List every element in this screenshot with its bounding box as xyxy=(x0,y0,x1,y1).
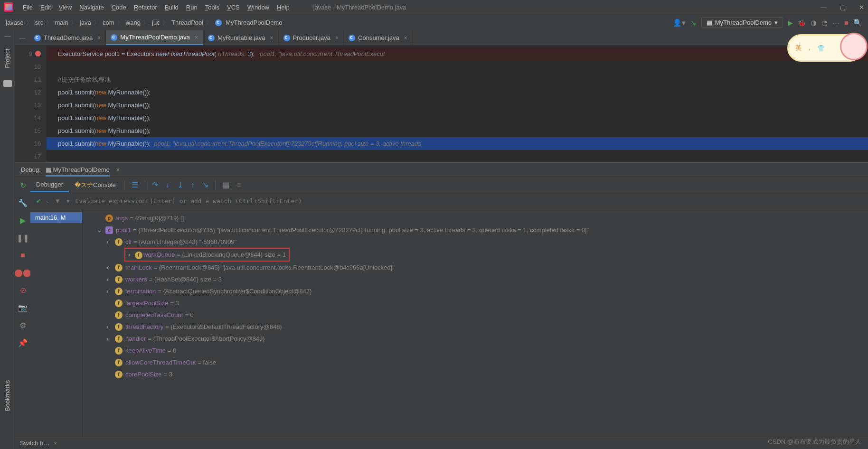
tab-close-icon[interactable]: × xyxy=(195,34,198,41)
pin-icon[interactable]: 📌 xyxy=(18,338,28,347)
menu-run[interactable]: Run xyxy=(182,2,201,12)
switch-frame-button[interactable]: Switch fr… xyxy=(20,440,50,447)
settings-icon[interactable]: ⚙ xyxy=(19,321,26,330)
switch-close-icon[interactable]: × xyxy=(54,440,57,447)
menu-navigate[interactable]: Navigate xyxy=(75,2,107,12)
status-bar: Switch fr… × xyxy=(15,437,868,449)
variable-row[interactable]: fkeepAliveTime = 0 xyxy=(87,345,863,356)
editor-tab[interactable]: MyRunnable.java× xyxy=(203,30,278,45)
editor-tab[interactable]: ThreadDemo.java× xyxy=(29,30,106,45)
menu-code[interactable]: Code xyxy=(108,2,130,12)
expression-input[interactable]: Evaluate expression (Enter) or add a wat… xyxy=(75,197,302,205)
step-over-icon[interactable]: ↷ xyxy=(148,180,162,189)
project-tool-button[interactable]: Project xyxy=(4,46,11,71)
breadcrumb-item[interactable]: javase xyxy=(6,19,24,26)
modify-run-icon[interactable]: 🔧 xyxy=(18,198,28,207)
mute-breakpoints-icon[interactable]: ⊘ xyxy=(20,286,26,295)
editor-tab[interactable]: Consumer.java× xyxy=(344,30,413,45)
variable-row[interactable]: ›fworkers = {HashSet@846} size = 3 xyxy=(87,273,863,285)
frames-panel[interactable]: main:16, M xyxy=(30,209,83,437)
class-icon xyxy=(34,35,41,41)
variable-row[interactable]: pargs = {String[0]@719} [] xyxy=(87,212,863,224)
structure-icon[interactable] xyxy=(3,80,12,87)
menu-vcs[interactable]: VCS xyxy=(223,2,244,12)
ime-mascot[interactable]: 英 ， 👕 xyxy=(787,34,863,62)
breadcrumb-item[interactable]: wang xyxy=(126,19,141,26)
rerun-icon[interactable]: ↻ xyxy=(20,181,26,190)
run-to-cursor-icon[interactable]: ↘ xyxy=(198,180,212,189)
evaluate-icon[interactable]: ▦ xyxy=(218,180,233,189)
variable-row[interactable]: fcompletedTaskCount = 0 xyxy=(87,309,863,321)
variable-row[interactable]: ›fmainLock = {ReentrantLock@845} "java.u… xyxy=(87,262,863,273)
step-into-icon[interactable]: ↓ xyxy=(162,181,173,189)
collapse-gutter-icon[interactable]: — xyxy=(19,34,26,41)
user-icon[interactable]: 👤▾ xyxy=(673,19,686,27)
tab-close-icon[interactable]: × xyxy=(404,35,407,41)
menu-tools[interactable]: Tools xyxy=(201,2,223,12)
view-breakpoints-icon[interactable]: ⬤⬤ xyxy=(14,268,31,277)
variable-row[interactable]: ›fworkQueue = {LinkedBlockingQueue@844} … xyxy=(87,248,863,262)
tab-label: ThreadDemo.java xyxy=(44,34,93,41)
profile-icon[interactable]: ◔ xyxy=(821,19,828,27)
resume-icon[interactable]: ▶ xyxy=(20,216,26,225)
variable-row[interactable]: ›fthreadFactory = {Executors$DefaultThre… xyxy=(87,321,863,333)
menu-edit[interactable]: Edit xyxy=(37,2,55,12)
pause-icon[interactable]: ❚❚ xyxy=(17,234,29,243)
search-icon[interactable]: 🔍 xyxy=(853,19,862,27)
bookmarks-tool-button[interactable]: Bookmarks xyxy=(4,380,11,411)
debug-session-tab[interactable]: ▦ MyThreadPoolDemo xyxy=(46,166,110,177)
editor-tab[interactable]: Producer.java× xyxy=(279,30,344,45)
breadcrumb-active[interactable]: MyThreadPoolDemo xyxy=(226,19,282,26)
code-lines[interactable]: ExecutorService pool1 = Executors.newFix… xyxy=(47,46,868,162)
tab-close-icon[interactable]: × xyxy=(97,35,101,41)
variable-row[interactable]: ›ftermination = {AbstractQueuedSynchroni… xyxy=(87,285,863,297)
breadcrumb-item[interactable]: ThreadPool xyxy=(171,19,203,26)
stack-frame[interactable]: main:16, M xyxy=(30,212,82,223)
variables-panel[interactable]: pargs = {String[0]@719} []⌄epool1 = {Thr… xyxy=(83,209,868,437)
variable-row[interactable]: ›fctl = {AtomicInteger@843} "-536870909" xyxy=(87,236,863,248)
coverage-icon[interactable]: ◑ xyxy=(811,19,817,27)
menu-window[interactable]: Window xyxy=(244,2,273,12)
collapse-icon[interactable]: — xyxy=(4,32,10,39)
frames-icon[interactable]: ☰ xyxy=(128,180,142,189)
session-close-icon[interactable]: × xyxy=(116,166,120,173)
editor-tab[interactable]: MyThreadPoolDemo.java× xyxy=(106,30,203,45)
close-window-icon[interactable]: ✕ xyxy=(859,4,864,11)
menu-view[interactable]: View xyxy=(55,2,75,12)
breadcrumb-item[interactable]: src xyxy=(35,19,43,26)
camera-icon[interactable]: 📷 xyxy=(18,303,28,312)
menu-refactor[interactable]: Refactor xyxy=(130,2,161,12)
trace-icon[interactable]: ≡ xyxy=(233,181,245,189)
breadcrumb-item[interactable]: juc xyxy=(152,19,160,26)
variable-row[interactable]: fcorePoolSize = 3 xyxy=(87,368,863,380)
stop-debug-icon[interactable]: ■ xyxy=(20,251,25,260)
maximize-icon[interactable]: ▢ xyxy=(840,4,846,11)
variable-row[interactable]: flargestPoolSize = 3 xyxy=(87,297,863,309)
run-icon[interactable]: ▶ xyxy=(788,19,793,27)
debugger-tab[interactable]: Debugger xyxy=(30,178,69,192)
step-out-icon[interactable]: ↑ xyxy=(187,181,198,189)
breadcrumb-item[interactable]: com xyxy=(103,19,114,26)
run-config-selector[interactable]: ▦ MyThreadPoolDemo ▾ xyxy=(701,17,783,28)
minimize-icon[interactable]: — xyxy=(821,4,827,11)
debug-icon[interactable]: 🐞 xyxy=(798,19,806,27)
tab-close-icon[interactable]: × xyxy=(270,35,274,41)
menu-file[interactable]: File xyxy=(19,2,37,12)
menu-build[interactable]: Build xyxy=(161,2,182,12)
variable-row[interactable]: fallowCoreThreadTimeOut = false xyxy=(87,356,863,368)
code-area[interactable]: 91011121314151617 ExecutorService pool1 … xyxy=(15,46,868,162)
attach-icon[interactable]: ⋯ xyxy=(832,19,840,27)
update-icon[interactable]: ↘ xyxy=(690,19,697,27)
breadcrumb-item[interactable]: java xyxy=(80,19,91,26)
breadcrumb-item[interactable]: main xyxy=(55,19,68,26)
variable-row[interactable]: ›fhandler = {ThreadPoolExecutor$AbortPol… xyxy=(87,333,863,345)
variable-row[interactable]: ⌄epool1 = {ThreadPoolExecutor@735} "java… xyxy=(87,224,863,236)
force-step-into-icon[interactable]: ⤓ xyxy=(173,180,187,189)
console-tab[interactable]: �ステConsole xyxy=(69,178,122,192)
menu-help[interactable]: Help xyxy=(273,2,293,12)
apply-icon[interactable]: ✔ xyxy=(36,197,41,205)
dropdown-icon[interactable]: ▾ xyxy=(66,197,70,205)
tab-close-icon[interactable]: × xyxy=(335,35,339,41)
stop-icon[interactable]: ■ xyxy=(844,19,849,27)
filter-icon[interactable]: ▼ xyxy=(55,197,61,205)
